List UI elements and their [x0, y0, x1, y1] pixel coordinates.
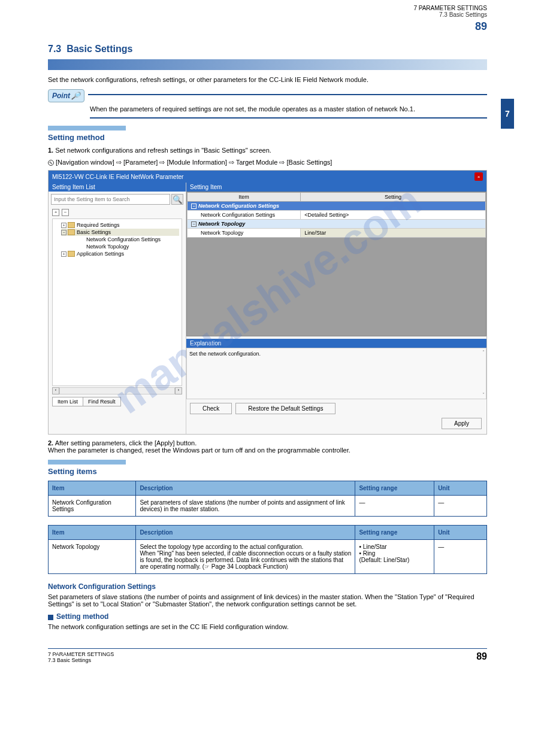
dialog-titlebar: MI5122-VW CC-Link IE Field NetWork Param…	[49, 171, 486, 183]
close-icon[interactable]: ×	[474, 172, 483, 181]
tree-item[interactable]: Required Settings	[77, 222, 120, 228]
th-item: Item	[49, 481, 136, 496]
th-description: Description	[136, 481, 355, 496]
th-item: Item	[49, 526, 136, 540]
point-callout: Point🔎	[48, 89, 487, 102]
settings-tree[interactable]: +Required Settings −Basic Settings Netwo…	[52, 218, 182, 386]
page-footer: 7 PARAMETER SETTINGS 7.3 Basic Settings …	[0, 648, 535, 663]
collapse-icon[interactable]: −	[61, 230, 67, 235]
table-cell: —	[434, 540, 487, 574]
step-1: 1. Set network configurations and refres…	[48, 147, 487, 154]
intro-text: Set the network configurations, refresh …	[48, 76, 487, 83]
expand-icon[interactable]: +	[61, 251, 67, 257]
sub-setting-method-title: Setting method	[48, 612, 487, 621]
tree-scrollbar[interactable]: ‹ ›	[52, 387, 182, 394]
grid-category[interactable]: −Network Configuration Settings	[188, 202, 486, 211]
binoculars-icon: 🔍	[173, 195, 183, 204]
tree-toolbar: +−	[49, 207, 186, 217]
footer-sub: 7.3 Basic Settings	[48, 657, 114, 663]
tree-item[interactable]: Network Topology	[86, 244, 129, 250]
restore-defaults-button[interactable]: Restore the Default Settings	[235, 403, 335, 414]
grid-cell: Network Topology	[188, 229, 301, 238]
right-panel-header: Setting Item	[186, 183, 486, 192]
footer-page-number: 89	[476, 651, 487, 663]
nav-icon: ✎	[48, 160, 54, 166]
tab-item-list[interactable]: Item List	[52, 397, 83, 406]
square-bullet-icon	[48, 615, 53, 620]
expand-icon[interactable]: +	[61, 223, 67, 228]
setting-items-title: Setting items	[48, 467, 487, 476]
scroll-left-icon[interactable]: ‹	[52, 387, 59, 394]
navigation-path: ✎[Navigation window] ⇨ [Parameter] ⇨ [Mo…	[48, 159, 487, 166]
folder-icon	[68, 222, 75, 228]
th-unit: Unit	[434, 481, 487, 496]
grid-cell-link[interactable]: <Detailed Setting>	[301, 211, 486, 220]
check-button[interactable]: Check	[190, 403, 232, 414]
sub-header-bar	[48, 460, 126, 464]
network-config-intro: Set parameters of slave stations (the nu…	[48, 593, 487, 608]
table-cell: Select the topology type according to th…	[136, 540, 355, 574]
tree-item[interactable]: Application Settings	[77, 251, 124, 257]
expand-all-icon[interactable]: +	[52, 209, 59, 216]
search-input[interactable]	[51, 194, 170, 205]
dialog-screenshot: MI5122-VW CC-Link IE Field NetWork Param…	[48, 170, 487, 435]
table-cell: Network Configuration Settings	[49, 496, 136, 517]
dialog-title: MI5122-VW CC-Link IE Field NetWork Param…	[52, 174, 183, 180]
sub-setting-method-text: The network configuration settings are s…	[48, 623, 487, 630]
chapter-tab: 7	[501, 99, 514, 129]
header-chapter: 7 PARAMETER SETTINGS	[413, 5, 487, 11]
apply-button[interactable]: Apply	[442, 418, 482, 429]
point-badge: Point🔎	[48, 89, 84, 102]
th-range: Setting range	[355, 481, 434, 496]
scroll-down-icon[interactable]: ˅	[482, 392, 485, 397]
explanation-body: Set the network configuration. ˄ ˅	[186, 348, 486, 399]
tab-find-result[interactable]: Find Result	[83, 397, 121, 406]
table-cell: • Line/Star • Ring (Default: Line/Star)	[355, 540, 434, 574]
grid-header-setting: Setting	[301, 193, 486, 202]
collapse-all-icon[interactable]: −	[62, 209, 69, 216]
point-bottom-rule	[90, 117, 487, 119]
th-unit: Unit	[434, 526, 487, 540]
footer-chapter: 7 PARAMETER SETTINGS	[48, 651, 114, 657]
table-cell: —	[355, 496, 434, 517]
table-cell: Set parameters of slave stations (the nu…	[136, 496, 355, 517]
network-config-title: Network Configuration Settings	[48, 582, 487, 591]
point-body: When the parameters of required settings…	[90, 105, 487, 114]
explanation-header: Explanation	[186, 339, 486, 348]
th-description: Description	[136, 526, 355, 540]
sub-header-bar	[48, 126, 126, 130]
header-sub: 7.3 Basic Settings	[413, 11, 487, 18]
section-title: 7.3 Basic Settings	[48, 44, 487, 54]
table-cell: Network Topology	[49, 540, 136, 574]
grid-header-item: Item	[188, 193, 301, 202]
step-2: 2. After setting parameters, click the […	[48, 439, 487, 454]
tree-item[interactable]: Basic Settings	[77, 229, 111, 235]
table-cell: —	[434, 496, 487, 517]
grid-cell: Network Configuration Settings	[188, 211, 301, 220]
scroll-up-icon[interactable]: ˄	[482, 350, 485, 355]
setting-items-table-1: Item Description Setting range Unit Netw…	[48, 481, 487, 517]
folder-icon	[68, 251, 75, 257]
left-panel-header: Setting Item List	[49, 183, 186, 192]
tree-item[interactable]: Network Configuration Settings	[86, 236, 161, 242]
grid-category[interactable]: −Network Topology	[188, 220, 486, 229]
th-range: Setting range	[355, 526, 434, 540]
scroll-right-icon[interactable]: ›	[175, 387, 182, 394]
search-button[interactable]: 🔍	[171, 194, 183, 205]
folder-icon	[68, 229, 75, 235]
page-header: 7 PARAMETER SETTINGS 7.3 Basic Settings …	[0, 0, 535, 33]
magnifier-icon: 🔎	[71, 92, 80, 100]
setting-method-title: Setting method	[48, 133, 487, 142]
setting-items-table-2: Item Description Setting range Unit Netw…	[48, 525, 487, 574]
grid-cell-value[interactable]: Line/Star	[301, 229, 486, 238]
header-page-number: 89	[413, 20, 487, 33]
title-underline	[48, 59, 487, 70]
settings-grid: Item Setting −Network Configuration Sett…	[186, 192, 486, 336]
